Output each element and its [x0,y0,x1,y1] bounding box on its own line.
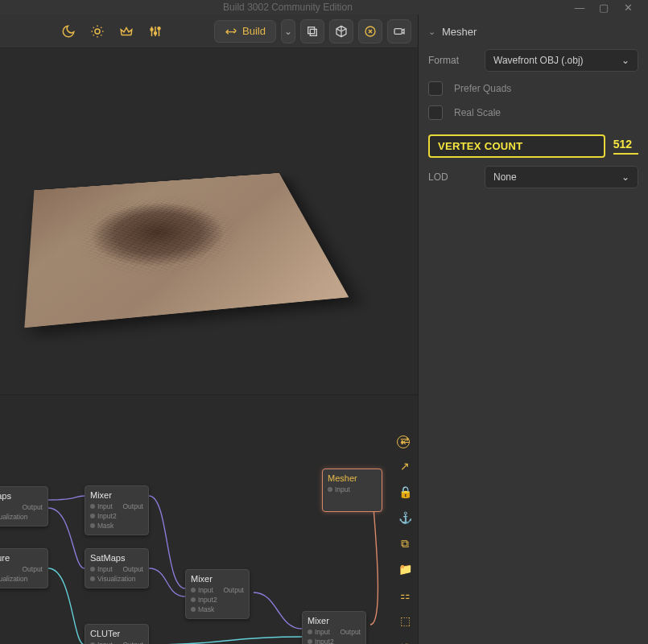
terrain-preview [24,173,349,328]
svg-point-2 [155,31,157,34]
vertex-count-value: 512 [613,138,638,155]
3d-viewport[interactable] [0,48,418,394]
node-maps[interactable]: Maps Output Visualization [0,486,48,526]
moon-icon[interactable] [56,19,80,43]
maximize-button[interactable]: ▢ [592,2,616,14]
crown-icon[interactable] [114,19,138,43]
node-graph[interactable]: Maps Output Visualization Mixer InputOut… [0,394,418,644]
panel-collapse-icon[interactable]: ⌄ [428,27,435,37]
close-circle-icon[interactable] [358,19,382,43]
anchor-icon[interactable]: ⚓ [397,511,413,527]
svg-point-1 [151,28,153,31]
hierarchy-icon[interactable]: ⚏ [397,588,413,605]
build-dropdown[interactable]: ⌄ [281,19,295,43]
copy-icon[interactable] [300,19,324,43]
svg-point-3 [158,27,160,29]
chevron-down-icon: ⌄ [621,171,629,183]
chevron-down-icon: ⌄ [621,55,629,66]
prefer-quads-label: Prefer Quads [454,83,511,94]
close-button[interactable]: ✕ [616,2,640,14]
properties-panel: ⌄ Mesher Format Wavefront OBJ (.obj) ⌄ P… [419,14,648,644]
panel-title: Mesher [442,26,477,38]
layers-icon[interactable]: ⧉ [397,537,413,553]
build-button[interactable]: Build [214,20,276,43]
swap-icon[interactable]: ⇄ [397,434,413,450]
node-mixer-2[interactable]: Mixer InputOutput Input2 Mask [185,569,250,619]
cube-icon[interactable] [329,19,353,43]
sun-icon[interactable] [85,19,109,43]
node-cluter[interactable]: CLUTer InputOutput Visualization [85,624,149,644]
package-icon[interactable]: ⬚ [397,614,413,630]
node-mesher[interactable]: Mesher Input [322,469,382,512]
folder-icon[interactable]: 📁 [397,563,413,579]
svg-rect-5 [308,27,315,33]
lod-label: LOD [428,171,477,183]
lock-icon[interactable]: 🔒 [397,485,413,502]
svg-rect-7 [394,28,402,34]
node-mixer-1[interactable]: Mixer InputOutput Input2 Mask [85,485,149,535]
lod-select[interactable]: None ⌄ [485,166,638,188]
shuffle-icon[interactable]: ⤭ [397,640,413,644]
window-title: Build 3002 Community Edition [8,2,568,13]
share-icon[interactable]: ↗ [397,460,413,476]
format-label: Format [428,55,477,66]
node-mixer-3[interactable]: Mixer InputOutput Input2 Mask [302,611,366,644]
camera-icon[interactable] [387,19,411,43]
build-label: Build [242,25,266,37]
vertex-count-input[interactable]: VERTEX COUNT [428,134,605,158]
svg-rect-4 [310,29,316,35]
node-satmaps[interactable]: SatMaps InputOutput Visualization [85,548,149,588]
sliders-icon[interactable] [143,19,167,43]
minimize-button[interactable]: — [568,2,592,14]
prefer-quads-checkbox[interactable] [428,81,443,96]
format-select[interactable]: Wavefront OBJ (.obj) ⌄ [485,49,638,72]
real-scale-label: Real Scale [454,107,501,118]
real-scale-checkbox[interactable] [428,105,443,120]
node-ature[interactable]: ature Output Visualization [0,548,48,588]
viewport-toolbar: Build ⌄ [0,14,418,48]
svg-point-0 [95,29,100,34]
